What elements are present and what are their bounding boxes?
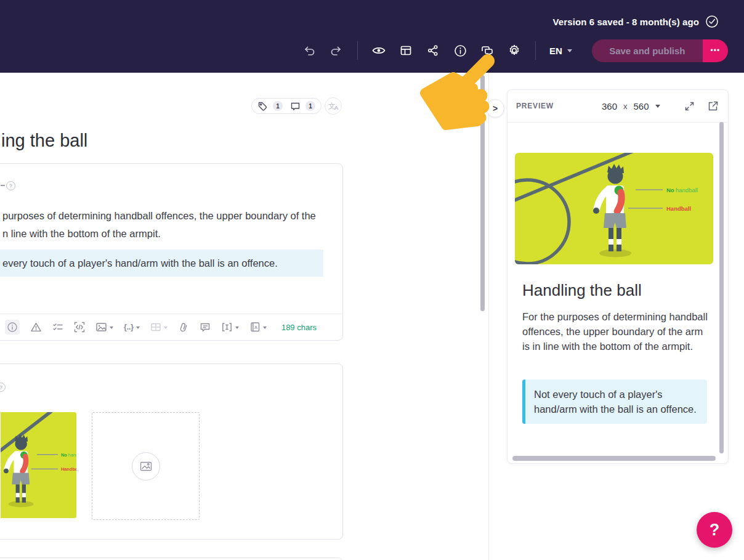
callout-block-editor[interactable]: every touch of a player's hand/arm with … [0, 250, 323, 277]
preview-width: 360 [602, 101, 617, 112]
svg-text:No: No [61, 452, 67, 458]
next-block-card [0, 558, 343, 560]
editor-scrollbar[interactable] [480, 75, 485, 311]
preview-eye-icon[interactable] [371, 43, 386, 58]
chevron-down-icon [235, 327, 239, 331]
image-icon [140, 460, 152, 473]
comment-count-badge: 1 [305, 101, 315, 111]
text-line: n line with the bottom of the armpit. [2, 225, 326, 243]
callout-tool-button[interactable] [5, 320, 20, 335]
preview-header-actions [684, 100, 719, 112]
navbar-toolbar: EN Save and publish ••• [296, 38, 728, 63]
layout-icon[interactable] [398, 43, 413, 58]
image-placeholder-circle [132, 452, 160, 481]
preview-horizontal-scrollbar[interactable] [512, 456, 716, 461]
block-help-icon[interactable]: ? [6, 181, 15, 190]
variable-icon: {..} [124, 323, 134, 331]
chevron-down-icon [136, 327, 140, 331]
svg-text:handball: handball [676, 187, 698, 193]
saved-check-icon[interactable] [705, 15, 719, 28]
more-actions-button[interactable]: ••• [703, 39, 728, 62]
save-and-publish-button[interactable]: Save and publish [592, 39, 703, 62]
tag-count-badge: 1 [273, 101, 283, 111]
panel-divider [488, 73, 489, 560]
slide-title-input[interactable]: ing the ball [1, 131, 87, 151]
svg-text:Handball: Handball [61, 466, 76, 472]
toolbar-divider [357, 41, 358, 60]
chevron-down-icon [567, 49, 572, 55]
collapse-preview-button[interactable]: > [486, 99, 504, 118]
chevron-down-icon [655, 105, 660, 110]
image-thumbnail[interactable]: No handball Handball [1, 412, 76, 518]
text-section-tool-button[interactable] [221, 322, 239, 333]
preview-panel: PREVIEW 360 x 560 [507, 89, 729, 464]
checklist-tool-button[interactable] [52, 322, 63, 333]
variable-tool-button[interactable]: {..} [124, 323, 140, 331]
table-tool-button-disabled [150, 322, 168, 333]
translate-button[interactable]: 文 A [325, 97, 342, 115]
language-label: EN [549, 46, 562, 56]
settings-gear-icon[interactable] [507, 43, 522, 58]
preview-vertical-scrollbar[interactable] [719, 122, 724, 453]
tags-comments-pill[interactable]: 1 1 [251, 98, 321, 114]
preview-label: PREVIEW [516, 102, 554, 110]
code-block-tool-button[interactable] [74, 322, 85, 333]
text-block-toolbar: {..} [0, 314, 342, 340]
toolbar-divider [535, 41, 536, 60]
image-block-card: ? [0, 363, 343, 540]
version-status-row: Version 6 saved - 8 month(s) ago [553, 15, 719, 28]
share-icon[interactable] [426, 43, 440, 58]
info-icon[interactable] [453, 43, 467, 58]
text-block-editor[interactable]: purposes of determining handball offence… [2, 207, 326, 243]
redo-icon[interactable] [329, 43, 344, 58]
chevron-down-icon [263, 327, 267, 331]
preview-slide-callout: Not every touch of a player's hand/arm w… [522, 379, 707, 424]
svg-text:A: A [254, 325, 257, 330]
preview-header: PREVIEW 360 x 560 [507, 90, 728, 123]
language-selector[interactable]: EN [549, 46, 572, 56]
block-help-icon[interactable]: ? [0, 383, 6, 392]
warning-tool-button[interactable] [30, 322, 42, 333]
slide-illustration: No handball Handball [515, 153, 713, 264]
version-status-text: Version 6 saved - 8 month(s) ago [553, 17, 699, 27]
expand-preview-icon[interactable] [684, 100, 695, 112]
svg-text:handball: handball [68, 452, 76, 458]
note-tool-button[interactable] [200, 322, 211, 333]
chevron-down-icon [110, 327, 113, 331]
block-label-fragment [1, 185, 5, 186]
preview-size-selector[interactable]: 360 x 560 [602, 101, 660, 112]
open-in-new-window-icon[interactable] [707, 100, 719, 112]
glossary-tool-button[interactable]: A [249, 322, 267, 333]
image-tool-button[interactable] [95, 322, 113, 333]
save-publish-group: Save and publish ••• [592, 39, 728, 62]
top-navbar: Version 6 saved - 8 month(s) ago [0, 0, 744, 73]
comment-icon [290, 101, 301, 112]
preview-slide-body: For the purposes of determining handball… [522, 309, 709, 354]
svg-text:No: No [666, 187, 674, 193]
image-upload-placeholder[interactable] [92, 412, 200, 520]
svg-text:Handball: Handball [666, 205, 691, 212]
text-line: purposes of determining handball offence… [2, 207, 326, 225]
preview-height: 560 [633, 101, 649, 112]
attachment-tool-button[interactable] [178, 322, 189, 333]
app-window: Version 6 saved - 8 month(s) ago [0, 0, 744, 560]
help-button[interactable]: ? [697, 512, 732, 548]
size-separator: x [623, 102, 628, 111]
chevron-down-icon [164, 327, 168, 331]
comments-icon[interactable] [480, 43, 495, 58]
tag-icon [257, 101, 268, 112]
undo-icon[interactable] [302, 43, 317, 58]
char-count: 189 chars [281, 323, 317, 332]
preview-slide-title: Handling the ball [522, 281, 642, 300]
text-block-card: ? purposes of determining handball offen… [0, 163, 343, 341]
